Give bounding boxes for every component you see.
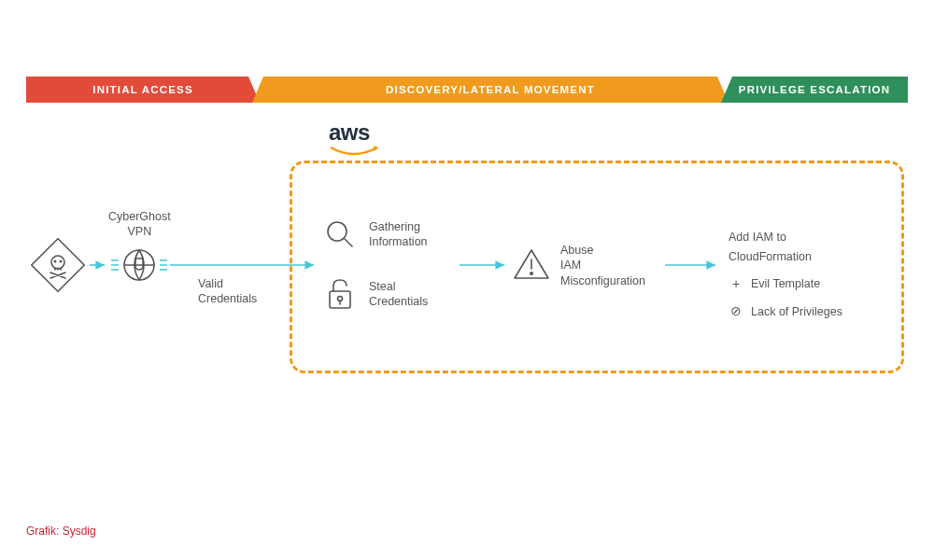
phase-label: DISCOVERY/LATERAL MOVEMENT	[386, 84, 595, 95]
phase-label: INITIAL ACCESS	[92, 84, 193, 95]
svg-rect-0	[32, 239, 85, 292]
phase-bar: INITIAL ACCESS DISCOVERY/LATERAL MOVEMEN…	[26, 77, 908, 103]
svg-point-5	[328, 222, 347, 241]
steal-label: StealCredentials	[369, 279, 428, 310]
escalation-node: Add IAM toCloudFormation +Evil Template …	[729, 228, 842, 323]
aws-text: aws	[329, 119, 379, 146]
steal-creds-node: StealCredentials	[322, 278, 428, 310]
aws-smile-icon	[329, 146, 379, 159]
svg-point-3	[60, 260, 63, 263]
phase-label: PRIVILEGE ESCALATION	[739, 84, 890, 95]
svg-rect-6	[330, 291, 350, 308]
lock-open-icon	[326, 278, 354, 310]
evil-template-row: +Evil Template	[729, 273, 842, 296]
vpn-node: CyberGhost VPN	[108, 209, 171, 290]
abuse-label: AbuseIAMMisconfiguration	[560, 243, 645, 288]
plus-icon: +	[729, 273, 743, 296]
svg-point-1	[51, 256, 64, 269]
prohibit-icon: ⊘	[729, 301, 743, 323]
svg-point-2	[54, 260, 57, 263]
attacker-node	[32, 239, 84, 295]
phase-initial-access: INITIAL ACCESS	[26, 77, 260, 103]
image-credit: Grafik: Sysdig	[26, 525, 96, 538]
vpn-label: CyberGhost VPN	[108, 209, 171, 240]
escalation-title: Add IAM toCloudFormation	[729, 228, 842, 268]
phase-discovery: DISCOVERY/LATERAL MOVEMENT	[252, 77, 729, 103]
gather-info-node: GatheringInformation	[322, 218, 428, 250]
lack-privileges-row: ⊘Lack of Privileges	[729, 301, 842, 323]
globe-shield-icon	[111, 244, 167, 287]
skull-icon	[32, 239, 84, 291]
aws-logo: aws	[329, 119, 379, 162]
gather-label: GatheringInformation	[369, 219, 428, 250]
valid-credentials-label: Valid Credentials	[198, 276, 257, 307]
phase-escalation: PRIVILEGE ESCALATION	[721, 77, 908, 103]
svg-point-8	[531, 273, 532, 274]
warning-triangle-icon	[513, 248, 550, 282]
abuse-iam-node: AbuseIAMMisconfiguration	[514, 243, 645, 288]
magnifier-icon	[324, 218, 356, 250]
